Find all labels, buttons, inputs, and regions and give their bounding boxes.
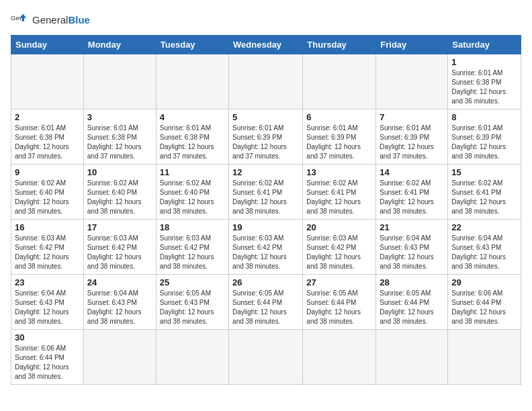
calendar-cell: 28Sunrise: 6:05 AMSunset: 6:44 PMDayligh…	[376, 275, 448, 330]
day-number: 18	[160, 222, 225, 232]
calendar-cell: 13Sunrise: 6:02 AMSunset: 6:41 PMDayligh…	[303, 165, 376, 220]
day-info: Sunrise: 6:02 AMSunset: 6:41 PMDaylight:…	[306, 179, 372, 216]
day-number: 30	[15, 332, 80, 342]
calendar-cell: 23Sunrise: 6:04 AMSunset: 6:43 PMDayligh…	[11, 275, 84, 330]
day-info: Sunrise: 6:01 AMSunset: 6:39 PMDaylight:…	[451, 124, 517, 161]
calendar-cell: 10Sunrise: 6:02 AMSunset: 6:40 PMDayligh…	[83, 165, 156, 220]
day-info: Sunrise: 6:03 AMSunset: 6:42 PMDaylight:…	[15, 234, 80, 271]
day-number: 20	[306, 222, 372, 232]
day-number: 29	[451, 277, 517, 287]
day-info: Sunrise: 6:06 AMSunset: 6:44 PMDaylight:…	[451, 289, 517, 326]
day-number: 27	[306, 277, 372, 287]
day-info: Sunrise: 6:03 AMSunset: 6:42 PMDaylight:…	[87, 234, 152, 271]
day-info: Sunrise: 6:02 AMSunset: 6:40 PMDaylight:…	[87, 179, 152, 216]
calendar-week-row: 23Sunrise: 6:04 AMSunset: 6:43 PMDayligh…	[11, 275, 521, 330]
calendar-cell: 15Sunrise: 6:02 AMSunset: 6:41 PMDayligh…	[448, 165, 521, 220]
calendar-cell	[303, 54, 376, 109]
calendar-cell: 21Sunrise: 6:04 AMSunset: 6:43 PMDayligh…	[376, 220, 448, 275]
calendar-week-row: 30Sunrise: 6:06 AMSunset: 6:44 PMDayligh…	[11, 330, 521, 385]
logo-icon: Gen	[11, 11, 30, 30]
day-number: 25	[160, 277, 225, 287]
calendar-cell: 26Sunrise: 6:05 AMSunset: 6:44 PMDayligh…	[229, 275, 303, 330]
calendar-cell	[376, 330, 448, 385]
calendar-week-row: 16Sunrise: 6:03 AMSunset: 6:42 PMDayligh…	[11, 220, 521, 275]
day-number: 12	[232, 167, 299, 177]
day-info: Sunrise: 6:02 AMSunset: 6:41 PMDaylight:…	[451, 179, 517, 216]
calendar-cell: 22Sunrise: 6:04 AMSunset: 6:43 PMDayligh…	[448, 220, 521, 275]
day-info: Sunrise: 6:03 AMSunset: 6:42 PMDaylight:…	[232, 234, 299, 271]
col-header-sunday: Sunday	[11, 36, 84, 54]
calendar-cell: 14Sunrise: 6:02 AMSunset: 6:41 PMDayligh…	[376, 165, 448, 220]
calendar-cell: 12Sunrise: 6:02 AMSunset: 6:41 PMDayligh…	[229, 165, 303, 220]
col-header-monday: Monday	[83, 36, 156, 54]
col-header-thursday: Thursday	[303, 36, 376, 54]
day-info: Sunrise: 6:05 AMSunset: 6:44 PMDaylight:…	[380, 289, 444, 326]
day-number: 2	[15, 112, 80, 122]
day-number: 13	[306, 167, 372, 177]
day-info: Sunrise: 6:06 AMSunset: 6:44 PMDaylight:…	[15, 344, 80, 381]
calendar-cell: 19Sunrise: 6:03 AMSunset: 6:42 PMDayligh…	[229, 220, 303, 275]
day-info: Sunrise: 6:01 AMSunset: 6:39 PMDaylight:…	[232, 124, 299, 161]
calendar-cell: 9Sunrise: 6:02 AMSunset: 6:40 PMDaylight…	[11, 165, 84, 220]
col-header-saturday: Saturday	[448, 36, 521, 54]
col-header-friday: Friday	[376, 36, 448, 54]
calendar-cell	[83, 54, 156, 109]
calendar-cell	[448, 330, 521, 385]
calendar-week-row: 1Sunrise: 6:01 AMSunset: 6:38 PMDaylight…	[11, 54, 521, 109]
calendar-week-row: 9Sunrise: 6:02 AMSunset: 6:40 PMDaylight…	[11, 165, 521, 220]
day-number: 6	[306, 112, 372, 122]
day-number: 7	[380, 112, 444, 122]
calendar-cell	[229, 54, 303, 109]
calendar-cell: 25Sunrise: 6:05 AMSunset: 6:43 PMDayligh…	[156, 275, 228, 330]
day-number: 8	[451, 112, 517, 122]
calendar-cell: 18Sunrise: 6:03 AMSunset: 6:42 PMDayligh…	[156, 220, 228, 275]
page-header: Gen GeneralBlue	[11, 11, 521, 30]
day-number: 9	[15, 167, 80, 177]
day-number: 4	[160, 112, 225, 122]
calendar-cell: 3Sunrise: 6:01 AMSunset: 6:38 PMDaylight…	[83, 109, 156, 165]
calendar-cell: 4Sunrise: 6:01 AMSunset: 6:38 PMDaylight…	[156, 109, 228, 165]
logo: Gen GeneralBlue	[11, 11, 90, 30]
day-number: 14	[380, 167, 444, 177]
day-number: 21	[380, 222, 444, 232]
calendar-cell: 2Sunrise: 6:01 AMSunset: 6:38 PMDaylight…	[11, 109, 84, 165]
calendar-cell: 27Sunrise: 6:05 AMSunset: 6:44 PMDayligh…	[303, 275, 376, 330]
day-info: Sunrise: 6:01 AMSunset: 6:39 PMDaylight:…	[380, 124, 444, 161]
day-number: 22	[451, 222, 517, 232]
calendar-cell	[229, 330, 303, 385]
day-info: Sunrise: 6:01 AMSunset: 6:38 PMDaylight:…	[15, 124, 80, 161]
day-number: 3	[87, 112, 152, 122]
col-header-wednesday: Wednesday	[229, 36, 303, 54]
day-info: Sunrise: 6:02 AMSunset: 6:40 PMDaylight:…	[160, 179, 225, 216]
col-header-tuesday: Tuesday	[156, 36, 228, 54]
day-number: 15	[451, 167, 517, 177]
calendar-table: SundayMondayTuesdayWednesdayThursdayFrid…	[11, 35, 521, 385]
calendar-cell: 11Sunrise: 6:02 AMSunset: 6:40 PMDayligh…	[156, 165, 228, 220]
day-info: Sunrise: 6:04 AMSunset: 6:43 PMDaylight:…	[451, 234, 517, 271]
day-info: Sunrise: 6:05 AMSunset: 6:43 PMDaylight:…	[160, 289, 225, 326]
calendar-cell	[156, 54, 228, 109]
day-info: Sunrise: 6:01 AMSunset: 6:38 PMDaylight:…	[451, 68, 517, 106]
day-number: 1	[451, 57, 517, 67]
day-number: 16	[15, 222, 80, 232]
calendar-cell: 29Sunrise: 6:06 AMSunset: 6:44 PMDayligh…	[448, 275, 521, 330]
day-info: Sunrise: 6:03 AMSunset: 6:42 PMDaylight:…	[306, 234, 372, 271]
day-number: 17	[87, 222, 152, 232]
day-info: Sunrise: 6:05 AMSunset: 6:44 PMDaylight:…	[306, 289, 372, 326]
calendar-cell: 6Sunrise: 6:01 AMSunset: 6:39 PMDaylight…	[303, 109, 376, 165]
calendar-week-row: 2Sunrise: 6:01 AMSunset: 6:38 PMDaylight…	[11, 109, 521, 165]
day-number: 10	[87, 167, 152, 177]
day-info: Sunrise: 6:01 AMSunset: 6:38 PMDaylight:…	[87, 124, 152, 161]
calendar-cell: 7Sunrise: 6:01 AMSunset: 6:39 PMDaylight…	[376, 109, 448, 165]
day-info: Sunrise: 6:02 AMSunset: 6:41 PMDaylight:…	[232, 179, 299, 216]
day-info: Sunrise: 6:04 AMSunset: 6:43 PMDaylight:…	[87, 289, 152, 326]
calendar-cell: 8Sunrise: 6:01 AMSunset: 6:39 PMDaylight…	[448, 109, 521, 165]
calendar-cell: 16Sunrise: 6:03 AMSunset: 6:42 PMDayligh…	[11, 220, 84, 275]
calendar-cell: 17Sunrise: 6:03 AMSunset: 6:42 PMDayligh…	[83, 220, 156, 275]
calendar-cell: 24Sunrise: 6:04 AMSunset: 6:43 PMDayligh…	[83, 275, 156, 330]
calendar-cell	[83, 330, 156, 385]
calendar-cell	[11, 54, 84, 109]
day-number: 5	[232, 112, 299, 122]
day-number: 11	[160, 167, 225, 177]
day-info: Sunrise: 6:04 AMSunset: 6:43 PMDaylight:…	[15, 289, 80, 326]
